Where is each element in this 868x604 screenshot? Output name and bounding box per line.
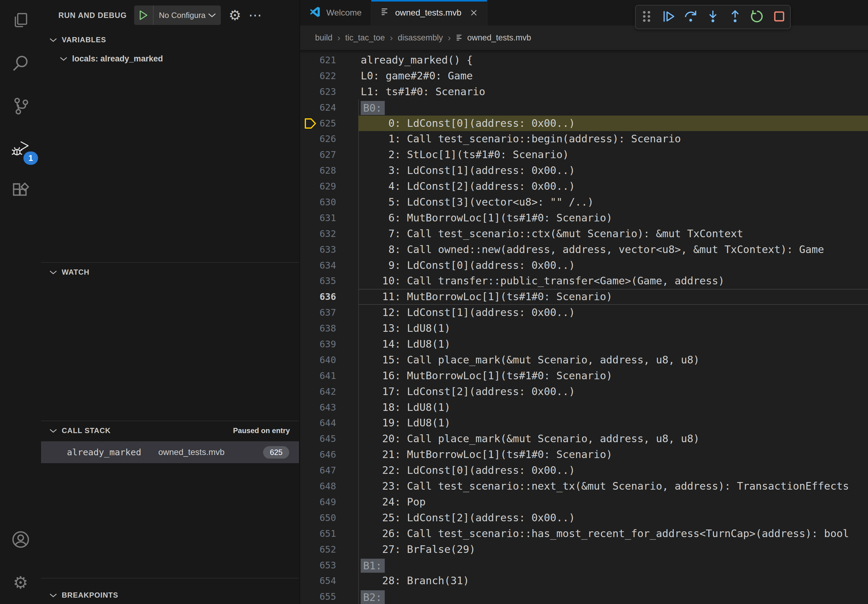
gutter[interactable]: 639 [300,336,358,352]
gutter[interactable]: 638 [300,321,358,336]
chevron-down-icon[interactable] [208,13,221,18]
gutter[interactable]: 630 [300,194,358,210]
code-line[interactable]: 6283:LdConst[1](address: 0x00..) [300,163,868,178]
code-line[interactable]: 64015:Call place_mark(&mut Scenario, add… [300,352,868,368]
code-line[interactable]: 64823:Call test_scenario::next_tx(&mut S… [300,479,868,494]
code-line[interactable]: 63611:MutBorrowLoc[1](ts#1#0: Scenario) [300,289,868,305]
activity-item-source-control[interactable] [0,85,41,128]
code-line[interactable]: 6294:LdConst[2](address: 0x00..) [300,178,868,194]
code-line[interactable]: 64419:LdU8(1) [300,415,868,431]
activity-item-run-and-debug[interactable]: 1 [0,128,41,170]
close-icon[interactable] [470,9,478,17]
gutter[interactable]: 629 [300,178,358,194]
gutter[interactable]: 627 [300,147,358,163]
debug-settings-gear-icon[interactable]: ⚙ [229,8,241,22]
toolbar-drag-handle[interactable] [637,7,656,27]
code-line[interactable]: 6250:LdConst[0](address: 0x00..) [300,116,868,132]
gutter[interactable]: 647 [300,463,358,479]
gutter[interactable]: 651 [300,526,358,542]
gutter[interactable]: 642 [300,384,358,400]
activity-item-explorer[interactable] [0,0,41,43]
step-out-button[interactable] [725,7,745,27]
code-line[interactable]: 6316:MutBorrowLoc[1](ts#1#0: Scenario) [300,210,868,226]
code-line[interactable]: 6349:LdConst[0](address: 0x00..) [300,258,868,273]
gutter[interactable]: 626 [300,131,358,147]
code-line[interactable]: 6327:Call test_scenario::ctx(&mut Scenar… [300,226,868,242]
play-icon[interactable] [134,5,153,25]
code-line[interactable]: 64722:LdConst[0](address: 0x00..) [300,463,868,479]
gutter[interactable]: 634 [300,258,358,273]
gutter[interactable]: 646 [300,447,358,463]
code-line[interactable]: 6261:Call test_scenario::begin(address):… [300,131,868,147]
code-line[interactable]: 653B1: [300,558,868,573]
gutter[interactable]: 649 [300,494,358,510]
gutter[interactable]: 625 [300,116,358,132]
gutter[interactable]: 621 [300,52,358,68]
code-editor[interactable]: 621already_marked() {622L0: game#2#0: Ga… [300,50,868,604]
code-line[interactable]: 65227:BrFalse(29) [300,542,868,558]
code-line[interactable]: 63712:LdConst[1](address: 0x00..) [300,305,868,321]
code-line[interactable]: 64318:LdU8(1) [300,400,868,415]
restart-button[interactable] [747,7,767,27]
tab-welcome[interactable]: Welcome [300,0,371,26]
step-over-button[interactable] [681,7,701,27]
code-line[interactable]: 65126:Call test_scenario::has_most_recen… [300,526,868,542]
code-line[interactable]: 64217:LdConst[2](address: 0x00..) [300,384,868,400]
gutter[interactable]: 645 [300,431,358,447]
gutter[interactable]: 654 [300,573,358,589]
watch-section-header[interactable]: WATCH [41,263,299,282]
activity-item-search[interactable] [0,43,41,85]
gutter[interactable]: 641 [300,368,358,384]
code-line[interactable]: 64924:Pop [300,494,868,510]
gutter[interactable]: 652 [300,542,358,558]
gutter[interactable]: 650 [300,510,358,526]
step-into-button[interactable] [703,7,722,27]
breakpoints-section-header[interactable]: BREAKPOINTS [41,586,299,604]
gutter[interactable]: 653 [300,558,358,573]
variables-section-header[interactable]: VARIABLES [41,30,299,49]
breadcrumb-item[interactable]: owned_tests.mvb [467,33,531,43]
code-line[interactable]: 64621:MutBorrowLoc[1](ts#1#0: Scenario) [300,447,868,463]
activity-item-account[interactable] [0,519,41,561]
code-line[interactable]: 63914:LdU8(1) [300,336,868,352]
code-line[interactable]: 6305:LdConst[3](vector<u8>: "" /..) [300,194,868,210]
gutter[interactable]: 632 [300,226,358,242]
gutter[interactable]: 643 [300,400,358,415]
code-line[interactable]: 623L1: ts#1#0: Scenario [300,84,868,100]
locals-scope-row[interactable]: locals: already_marked [41,49,299,68]
gutter[interactable]: 655 [300,589,358,604]
gutter[interactable]: 636 [300,289,358,305]
gutter[interactable]: 623 [300,84,358,100]
code-line[interactable]: 624B0: [300,100,868,116]
code-line[interactable]: 65025:LdConst[2](address: 0x00..) [300,510,868,526]
breadcrumb-item[interactable]: tic_tac_toe [345,33,385,43]
code-line[interactable]: 63510:Call transfer::public_transfer<Gam… [300,273,868,289]
code-line[interactable]: 64520:Call place_mark(&mut Scenario, add… [300,431,868,447]
debug-config-select[interactable]: No Configura [153,11,208,20]
gutter[interactable]: 644 [300,415,358,431]
code-line[interactable]: 622L0: game#2#0: Game [300,68,868,84]
gutter[interactable]: 624 [300,100,358,116]
gutter[interactable]: 648 [300,479,358,494]
gutter[interactable]: 622 [300,68,358,84]
activity-item-settings[interactable]: ⚙ [0,561,41,604]
continue-button[interactable] [659,7,679,27]
code-line[interactable]: 6272:StLoc[1](ts#1#0: Scenario) [300,147,868,163]
gutter[interactable]: 631 [300,210,358,226]
tab-owned-tests[interactable]: owned_tests.mvb [371,0,488,26]
gutter[interactable]: 640 [300,352,358,368]
gutter[interactable]: 633 [300,242,358,258]
code-line[interactable]: 64116:MutBorrowLoc[1](ts#1#0: Scenario) [300,368,868,384]
code-line[interactable]: 621already_marked() { [300,52,868,68]
call-stack-section-header[interactable]: CALL STACK Paused on entry [41,421,299,440]
stack-frame-row[interactable]: already_marked owned_tests.mvb 625 [41,441,299,463]
start-debug-button[interactable]: No Configura [134,5,221,25]
gutter[interactable]: 635 [300,273,358,289]
gutter[interactable]: 637 [300,305,358,321]
breadcrumb-item[interactable]: build [315,33,332,43]
breadcrumb-item[interactable]: disassembly [398,33,443,43]
code-line[interactable]: 65428:Branch(31) [300,573,868,589]
gutter[interactable]: 628 [300,163,358,178]
stop-button[interactable] [769,7,789,27]
more-actions-icon[interactable]: ⋯ [248,9,262,22]
